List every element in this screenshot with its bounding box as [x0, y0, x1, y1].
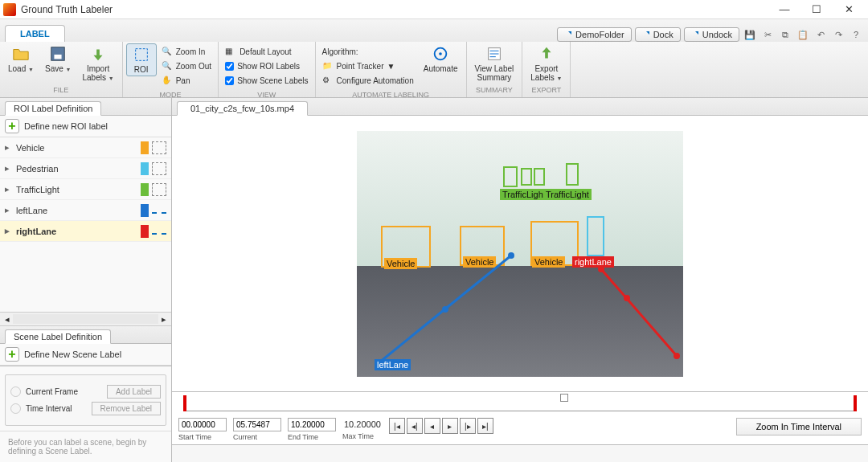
- left-panel: ROI Label Definition + Define new ROI la…: [0, 98, 172, 462]
- view-summary-button[interactable]: View Label Summary: [470, 43, 519, 84]
- algorithm-picker[interactable]: 📁Point Tracker ▼: [322, 59, 414, 73]
- quick-save-icon[interactable]: 💾: [743, 27, 757, 42]
- roi-icon: [133, 46, 150, 63]
- color-swatch: [141, 225, 149, 238]
- roi-item-trafficlight[interactable]: ▸ TrafficLight: [0, 179, 171, 200]
- folder-icon: 📁: [322, 61, 334, 72]
- timeline-end-marker[interactable]: [854, 395, 857, 411]
- zoom-in-button[interactable]: 🔍Zoom In: [162, 45, 211, 59]
- scroll-left-icon[interactable]: ◂: [2, 314, 13, 325]
- roi-item-label: Pedestrian: [16, 164, 137, 174]
- import-labels-button[interactable]: Import Labels ▼: [77, 43, 118, 84]
- pan-button[interactable]: ✋Pan: [162, 74, 211, 88]
- color-swatch: [141, 183, 149, 196]
- video-canvas[interactable]: TrafficLight TrafficLight Vehicle Vehicl…: [172, 116, 868, 391]
- roi-item-pedestrian[interactable]: ▸ Pedestrian: [0, 158, 171, 179]
- add-label-button[interactable]: Add Label: [107, 385, 161, 399]
- quick-redo-icon[interactable]: ↷: [831, 27, 845, 42]
- timeline-start-marker[interactable]: [183, 395, 186, 411]
- quick-undo-icon[interactable]: ↶: [813, 27, 828, 42]
- play-back-button[interactable]: ◂: [424, 418, 440, 434]
- zoom-time-interval-button[interactable]: Zoom In Time Interval: [736, 418, 862, 435]
- define-scene-button[interactable]: + Define New Scene Label: [0, 344, 171, 366]
- leftlane-label: leftLane: [375, 359, 411, 370]
- timeline: Start Time Current End Time 10.20000Max …: [172, 391, 868, 444]
- roi-item-rightlane[interactable]: ▸ rightLane: [0, 221, 171, 242]
- configure-automation-button[interactable]: ⚙Configure Automation: [322, 74, 414, 88]
- roi-hscroll[interactable]: ◂ ▸: [0, 312, 171, 326]
- go-end-button[interactable]: ▸|: [477, 418, 493, 434]
- dock-icon: [642, 31, 650, 39]
- maximize-button[interactable]: ☐: [800, 1, 833, 18]
- svg-point-4: [439, 52, 442, 55]
- roi-item-label: leftLane: [16, 206, 137, 215]
- scene-panel-tab[interactable]: Scene Label Definition: [5, 329, 111, 344]
- end-time-input[interactable]: [288, 418, 336, 431]
- help-icon[interactable]: ?: [849, 27, 863, 42]
- show-scene-checkbox[interactable]: Show Scene Labels: [225, 74, 308, 88]
- dock-button[interactable]: Dock: [635, 27, 681, 42]
- main-area: ROI Label Definition + Define new ROI la…: [0, 98, 868, 462]
- scene-options: Current Frame Add Label Time Interval Re…: [0, 366, 171, 431]
- zoom-out-button[interactable]: 🔍Zoom Out: [162, 59, 211, 73]
- quick-paste-icon[interactable]: 📋: [796, 27, 810, 42]
- demo-folder-button[interactable]: DemoFolder: [557, 27, 632, 42]
- define-roi-button[interactable]: + Define new ROI label: [0, 116, 171, 137]
- step-fwd-button[interactable]: |▸: [460, 418, 476, 434]
- roi-panel-tab[interactable]: ROI Label Definition: [5, 101, 101, 116]
- toolstrip: Load ▼ Save ▼ Import Labels ▼ FILE ROI 🔍…: [0, 42, 868, 98]
- save-button[interactable]: Save ▼: [40, 43, 76, 76]
- timeline-track[interactable]: [183, 397, 857, 411]
- annotation-rightlane[interactable]: [601, 269, 677, 356]
- start-time-input[interactable]: [178, 418, 227, 431]
- group-export: Export Labels ▼ EXPORT: [522, 42, 571, 97]
- step-back-button[interactable]: ◂|: [407, 418, 423, 434]
- close-button[interactable]: ✕: [833, 1, 865, 18]
- undock-button[interactable]: Undock: [684, 27, 739, 42]
- svg-point-14: [674, 353, 680, 359]
- automate-icon: [432, 45, 449, 63]
- export-button[interactable]: Export Labels ▼: [526, 43, 567, 84]
- layout-icon: ▦: [225, 47, 236, 58]
- quick-cut-icon[interactable]: ✂: [760, 27, 775, 42]
- timeline-scrubber[interactable]: [560, 394, 568, 402]
- color-swatch: [141, 162, 149, 175]
- go-start-button[interactable]: |◂: [389, 418, 405, 434]
- max-time-value: 10.20000: [342, 418, 383, 431]
- tab-label[interactable]: LABEL: [5, 25, 65, 42]
- zoom-out-icon: 🔍: [162, 61, 173, 72]
- roi-button[interactable]: ROI: [126, 43, 157, 76]
- svg-point-10: [442, 306, 448, 313]
- status-bar: [172, 444, 868, 462]
- plus-icon: +: [5, 119, 19, 133]
- roi-item-leftlane[interactable]: ▸ leftLane: [0, 200, 171, 221]
- roi-item-vehicle[interactable]: ▸ Vehicle: [0, 137, 171, 158]
- playback-controls: |◂ ◂| ◂ ▸ |▸ ▸|: [389, 418, 493, 434]
- time-interval-radio[interactable]: [10, 403, 21, 414]
- video-area: 01_city_c2s_fcw_10s.mp4 TrafficLight Tra…: [172, 98, 868, 462]
- current-time-input[interactable]: [233, 418, 281, 431]
- dock-label: Dock: [653, 30, 674, 39]
- minimize-button[interactable]: —: [768, 1, 800, 18]
- shape-icon: [152, 141, 166, 154]
- define-scene-label: Define New Scene Label: [24, 350, 121, 359]
- quick-copy-icon[interactable]: ⧉: [778, 27, 792, 42]
- default-layout-button[interactable]: ▦Default Layout: [225, 45, 308, 59]
- svg-rect-2: [135, 49, 147, 61]
- caret-icon: ▸: [5, 205, 13, 215]
- video-tab[interactable]: 01_city_c2s_fcw_10s.mp4: [177, 101, 308, 116]
- show-roi-checkbox[interactable]: Show ROI Labels: [225, 59, 308, 73]
- color-swatch: [141, 204, 149, 217]
- color-swatch: [141, 141, 149, 154]
- play-fwd-button[interactable]: ▸: [442, 418, 458, 434]
- scroll-right-icon[interactable]: ▸: [158, 314, 170, 325]
- group-view: ▦Default Layout Show ROI Labels Show Sce…: [219, 42, 315, 97]
- shape-icon: [152, 212, 166, 214]
- caret-icon: ▸: [5, 226, 13, 236]
- svg-point-13: [624, 295, 630, 301]
- video-frame: TrafficLight TrafficLight Vehicle Vehicl…: [357, 131, 683, 377]
- automate-button[interactable]: Automate: [419, 43, 463, 75]
- remove-label-button[interactable]: Remove Label: [92, 402, 161, 415]
- current-frame-radio[interactable]: [10, 386, 21, 397]
- load-button[interactable]: Load ▼: [3, 43, 39, 76]
